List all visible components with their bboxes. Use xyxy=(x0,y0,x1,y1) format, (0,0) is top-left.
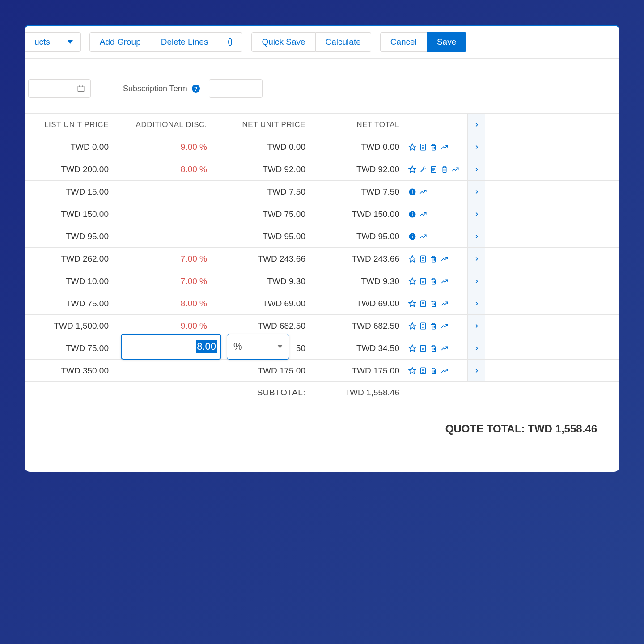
products-dropdown-button[interactable] xyxy=(60,32,80,52)
discount-cell[interactable]: 7.00 % xyxy=(175,276,212,286)
products-button[interactable]: ucts xyxy=(25,32,60,52)
trash-icon[interactable] xyxy=(430,300,438,308)
add-group-button[interactable]: Add Group xyxy=(89,32,151,52)
star-icon[interactable] xyxy=(408,344,416,352)
table-row: TWD 200.00 8.00 % TWD 92.00 TWD 92.00 xyxy=(25,158,619,180)
subtotal-label: SUBTOTAL: xyxy=(212,388,311,398)
document-icon[interactable] xyxy=(419,255,427,263)
trend-icon[interactable] xyxy=(441,322,449,330)
chevron-down-icon xyxy=(277,345,283,348)
svg-rect-26 xyxy=(412,234,413,235)
trend-icon[interactable] xyxy=(451,165,459,174)
net-price-cell: TWD 92.00 xyxy=(257,165,311,174)
trend-icon[interactable] xyxy=(441,255,449,263)
discount-cell[interactable]: 7.00 % xyxy=(175,254,212,264)
net-total-cell: TWD 69.00 xyxy=(351,299,405,309)
expand-row[interactable] xyxy=(467,248,485,270)
net-price-cell: TWD 7.50 xyxy=(262,187,311,197)
expand-row[interactable] xyxy=(467,292,485,314)
trend-icon[interactable] xyxy=(419,210,427,218)
subscription-term-label: Subscription Term xyxy=(123,84,187,93)
delete-lines-button[interactable]: Delete Lines xyxy=(151,32,219,52)
trash-icon[interactable] xyxy=(430,277,438,285)
subscription-term-input[interactable] xyxy=(209,79,263,98)
table-row: TWD 350.00 TWD 175.00 TWD 175.00 xyxy=(25,359,619,381)
star-icon[interactable] xyxy=(408,300,416,308)
table-row: TWD 0.00 9.00 % TWD 0.00 TWD 0.00 xyxy=(25,136,619,158)
document-icon[interactable] xyxy=(430,165,438,174)
row-actions xyxy=(405,322,467,330)
svg-marker-48 xyxy=(409,322,416,329)
discount-cell[interactable]: 8.00 % xyxy=(175,165,212,174)
list-price-cell: TWD 75.00 xyxy=(60,299,114,309)
calculate-button[interactable]: Calculate xyxy=(316,32,371,52)
expand-row[interactable] xyxy=(467,225,485,247)
expand-row[interactable] xyxy=(467,158,485,180)
discount-cell[interactable]: 9.00 % xyxy=(175,321,212,331)
star-icon[interactable] xyxy=(408,165,416,174)
discount-editor-popup: 8.00 % xyxy=(121,334,289,360)
document-icon[interactable] xyxy=(419,143,427,151)
expand-row[interactable] xyxy=(467,360,485,381)
expand-row[interactable] xyxy=(467,203,485,225)
net-total-cell: TWD 34.50 xyxy=(351,343,405,353)
document-icon[interactable] xyxy=(419,322,427,330)
discount-cell[interactable]: 8.00 % xyxy=(175,299,212,309)
document-icon[interactable] xyxy=(419,344,427,352)
trash-icon[interactable] xyxy=(430,367,438,375)
list-price-cell: TWD 350.00 xyxy=(55,366,114,376)
star-icon[interactable] xyxy=(408,255,416,263)
trend-icon[interactable] xyxy=(441,143,449,151)
discount-unit-select[interactable]: % xyxy=(227,334,289,360)
expand-row[interactable] xyxy=(467,315,485,337)
list-price-cell: TWD 10.00 xyxy=(60,276,114,286)
star-icon[interactable] xyxy=(408,322,416,330)
trash-icon[interactable] xyxy=(441,165,449,174)
document-icon[interactable] xyxy=(419,277,427,285)
info-icon[interactable] xyxy=(408,188,416,196)
list-price-cell: TWD 95.00 xyxy=(60,232,114,242)
refresh-button[interactable] xyxy=(218,32,242,52)
list-price-cell: TWD 75.00 xyxy=(60,343,114,353)
expand-row[interactable] xyxy=(467,136,485,158)
trend-icon[interactable] xyxy=(441,367,449,375)
trash-icon[interactable] xyxy=(430,344,438,352)
trend-icon[interactable] xyxy=(441,344,449,352)
star-icon[interactable] xyxy=(408,143,416,151)
trend-icon[interactable] xyxy=(441,277,449,285)
info-icon[interactable] xyxy=(408,233,416,241)
discount-input[interactable]: 8.00 xyxy=(121,334,221,360)
cancel-button[interactable]: Cancel xyxy=(380,32,427,52)
wrench-icon[interactable] xyxy=(419,165,427,174)
net-price-cell: TWD 175.00 xyxy=(252,366,311,376)
help-icon[interactable]: ? xyxy=(192,85,200,93)
document-icon[interactable] xyxy=(419,300,427,308)
trash-icon[interactable] xyxy=(430,322,438,330)
net-total-cell: TWD 682.50 xyxy=(346,321,405,331)
trash-icon[interactable] xyxy=(430,255,438,263)
svg-marker-27 xyxy=(409,255,416,262)
expand-header[interactable] xyxy=(467,114,485,136)
save-button[interactable]: Save xyxy=(427,32,466,52)
row-actions xyxy=(405,233,467,241)
quick-save-button[interactable]: Quick Save xyxy=(251,32,315,52)
row-actions xyxy=(405,165,467,174)
date-field[interactable] xyxy=(28,79,91,98)
quote-total-value: TWD 1,558.46 xyxy=(528,423,597,435)
discount-cell[interactable]: 9.00 % xyxy=(175,142,212,152)
trend-icon[interactable] xyxy=(441,300,449,308)
svg-marker-11 xyxy=(409,166,416,172)
net-price-cell: TWD 682.50 xyxy=(252,321,311,331)
star-icon[interactable] xyxy=(408,367,416,375)
table-header: LIST UNIT PRICE ADDITIONAL DISC. NET UNI… xyxy=(25,113,619,136)
document-icon[interactable] xyxy=(419,367,427,375)
subtotal-value: TWD 1,558.46 xyxy=(311,388,405,398)
trend-icon[interactable] xyxy=(419,188,427,196)
trend-icon[interactable] xyxy=(419,233,427,241)
trash-icon[interactable] xyxy=(430,143,438,151)
info-icon[interactable] xyxy=(408,210,416,218)
expand-row[interactable] xyxy=(467,181,485,203)
star-icon[interactable] xyxy=(408,277,416,285)
expand-row[interactable] xyxy=(467,337,485,359)
expand-row[interactable] xyxy=(467,270,485,292)
